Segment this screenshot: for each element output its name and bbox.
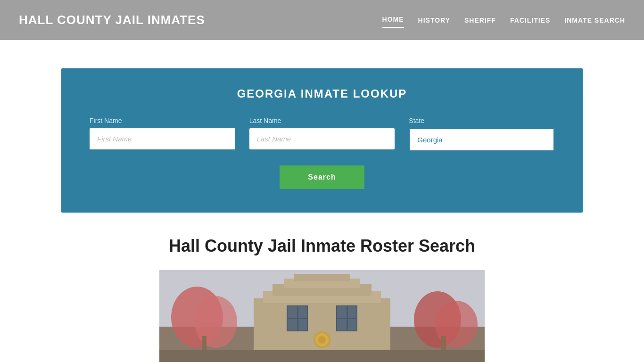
site-title: HALL COUNTY JAIL INMATES: [19, 13, 205, 27]
content-section: Hall County Jail Inmate Roster Search: [0, 213, 644, 362]
lookup-title: GEORGIA INMATE LOOKUP: [90, 87, 554, 100]
first-name-label: First Name: [90, 117, 235, 124]
first-name-input[interactable]: [90, 128, 235, 149]
last-name-group: Last Name: [249, 117, 395, 151]
svg-rect-20: [348, 306, 356, 318]
nav-facilities[interactable]: FACILITIES: [510, 13, 550, 28]
inmate-lookup-section: GEORGIA INMATE LOOKUP First Name Last Na…: [61, 68, 583, 213]
nav-home[interactable]: HOME: [382, 12, 404, 28]
svg-point-3: [195, 296, 237, 348]
svg-rect-19: [337, 306, 347, 318]
last-name-input[interactable]: [249, 128, 395, 149]
search-button-row: Search: [90, 165, 554, 189]
state-group: State: [409, 117, 554, 151]
svg-rect-27: [159, 350, 485, 362]
search-button[interactable]: Search: [280, 165, 364, 189]
svg-rect-12: [294, 274, 350, 281]
site-header: HALL COUNTY JAIL INMATES HOME HISTORY SH…: [0, 0, 644, 40]
svg-rect-21: [337, 319, 347, 330]
nav-inmate-search[interactable]: INMATE SEARCH: [564, 13, 625, 28]
svg-rect-18: [298, 319, 307, 330]
svg-rect-15: [288, 306, 297, 318]
svg-rect-17: [288, 319, 297, 330]
form-fields-row: First Name Last Name State: [90, 117, 554, 151]
main-nav: HOME HISTORY SHERIFF FACILITIES INMATE S…: [382, 12, 625, 28]
state-input[interactable]: [409, 128, 554, 151]
header-gap: [0, 40, 644, 68]
first-name-group: First Name: [90, 117, 235, 151]
last-name-label: Last Name: [249, 117, 395, 124]
svg-rect-22: [348, 319, 356, 330]
nav-history[interactable]: HISTORY: [418, 13, 450, 28]
nav-sheriff[interactable]: SHERIFF: [464, 13, 496, 28]
content-title: Hall County Jail Inmate Roster Search: [61, 236, 583, 256]
svg-point-25: [318, 336, 326, 344]
state-label: State: [409, 117, 554, 124]
svg-rect-16: [298, 306, 307, 318]
building-image: HALL COUNTY JAIL: [159, 270, 485, 362]
